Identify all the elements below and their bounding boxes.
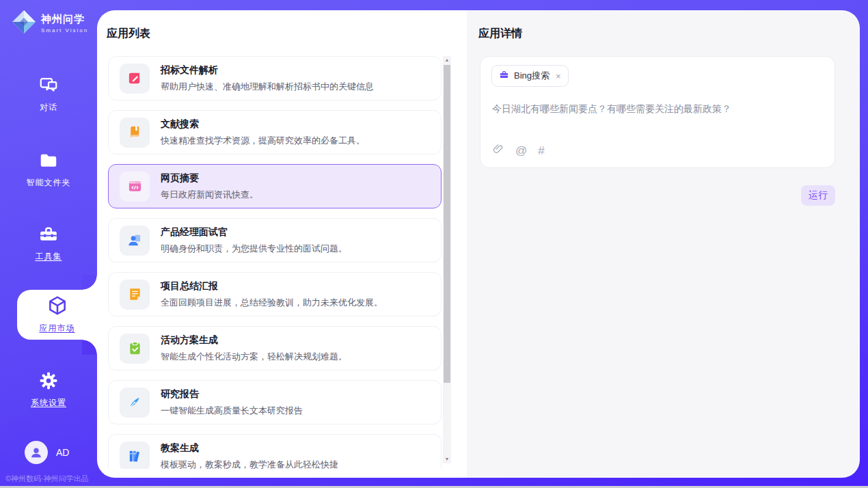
books-icon [120,442,150,470]
app-card[interactable]: 产品经理面试官明确身份和职责，为您提供专业性的面试问题。 [108,218,442,262]
app-card-title: 教案生成 [161,442,338,455]
sidebar-item-settings[interactable]: 系统设置 [0,370,97,409]
user-name: AD [56,447,69,458]
toolbox-icon [38,224,59,245]
brand: 神州问学 Smart Vision [11,9,88,38]
at-icon[interactable]: @ [515,145,527,157]
app-card-desc: 一键智能生成高质量长文本研究报告 [161,405,303,417]
app-card-text: 招标文件解析帮助用户快速、准确地理解和解析招标书中的关键信息 [161,64,374,93]
detail-card: Bing搜索 × 今日湖北有哪些新闻要点？有哪些需要关注的最新政策？ @# [480,56,835,168]
sidebar-item-folders[interactable]: 智能文件夹 [0,150,97,189]
clipboard-check-icon [120,334,150,364]
app-root: 神州问学 Smart Vision 对话智能文件夹工具集应用市场系统设置 AD … [0,0,868,488]
query-text[interactable]: 今日湖北有哪些新闻要点？有哪些需要关注的最新政策？ [492,102,824,116]
app-card[interactable]: 招标文件解析帮助用户快速、准确地理解和解析招标书中的关键信息 [108,56,442,100]
sidebar-item-label: 对话 [0,102,97,113]
app-detail-title: 应用详情 [478,27,522,41]
app-card-desc: 帮助用户快速、准确地理解和解析招标书中的关键信息 [161,81,374,93]
tool-chip-label: Bing搜索 [514,70,550,82]
app-card-desc: 明确身份和职责，为您提供专业性的面试问题。 [161,243,347,255]
paperclip-icon[interactable] [492,143,504,158]
scroll-up-icon[interactable]: ▲ [443,56,451,64]
webpage-icon [120,172,150,202]
chat-icon [38,75,59,96]
sidebar-item-label: 应用市场 [17,323,97,334]
interviewer-icon [120,226,150,256]
brand-name: 神州问学 [41,13,88,26]
app-list-panel: 应用列表 招标文件解析帮助用户快速、准确地理解和解析招标书中的关键信息文献搜索快… [97,10,467,478]
app-card-title: 研究报告 [161,388,303,401]
sidebar-item-label: 智能文件夹 [0,177,97,189]
app-card-list: 招标文件解析帮助用户快速、准确地理解和解析招标书中的关键信息文献搜索快速精准查找… [108,56,442,469]
app-card-title: 产品经理面试官 [161,226,347,239]
app-card-desc: 快速精准查找学术资源，提高研究效率的必备工具。 [161,135,365,147]
memo-icon [120,280,150,310]
app-card[interactable]: 项目总结汇报全面回顾项目进展，总结经验教训，助力未来优化发展。 [108,272,442,316]
scrollbar[interactable]: ▲ ▼ [443,56,451,463]
main-content: 应用列表 招标文件解析帮助用户快速、准确地理解和解析招标书中的关键信息文献搜索快… [97,10,860,478]
diamond-logo-icon [11,9,37,38]
app-card-text: 活动方案生成智能生成个性化活动方案，轻松解决规划难题。 [161,334,347,363]
close-icon[interactable]: × [556,71,561,81]
gear-icon [38,370,59,391]
edit-doc-icon [120,64,150,94]
cube-icon [46,295,68,315]
app-card-desc: 全面回顾项目进展，总结经验教训，助力未来优化发展。 [161,297,383,309]
scroll-down-icon[interactable]: ▼ [443,455,451,463]
app-card-desc: 模板驱动，教案秒成，教学准备从此轻松快捷 [161,459,338,470]
app-card-text: 网页摘要每日政府新闻资讯快查。 [161,172,258,201]
app-detail-panel: 应用详情 Bing搜索 × 今日湖北有哪些新闻要点？有哪些需要关注的最新政策？ … [467,10,860,478]
app-card-text: 研究报告一键智能生成高质量长文本研究报告 [161,388,303,417]
app-card-title: 招标文件解析 [161,64,374,77]
hash-icon[interactable]: # [538,145,544,157]
attachment-toolbar: @# [492,143,545,158]
app-card[interactable]: 网页摘要每日政府新闻资讯快查。 [108,164,442,208]
user-row[interactable]: AD [25,441,69,464]
app-card-desc: 每日政府新闻资讯快查。 [161,189,258,201]
scrollbar-thumb[interactable] [444,65,450,383]
sidebar: 神州问学 Smart Vision 对话智能文件夹工具集应用市场系统设置 AD … [0,0,97,488]
app-list-title: 应用列表 [107,27,150,41]
app-card[interactable]: 教案生成模板驱动，教案秒成，教学准备从此轻松快捷 [108,434,442,469]
tool-chip-bing-search[interactable]: Bing搜索 × [491,65,569,87]
sidebar-item-app-market[interactable]: 应用市场 [17,290,97,340]
app-card[interactable]: 活动方案生成智能生成个性化活动方案，轻松解决规划难题。 [108,326,442,370]
person-avatar-icon[interactable] [25,441,48,464]
app-card-desc: 智能生成个性化活动方案，轻松解决规划难题。 [161,351,347,363]
app-card-text: 文献搜索快速精准查找学术资源，提高研究效率的必备工具。 [161,118,365,147]
briefcase-icon [499,70,509,82]
app-card-title: 文献搜索 [161,118,365,131]
app-card-text: 产品经理面试官明确身份和职责，为您提供专业性的面试问题。 [161,226,347,255]
sidebar-item-label: 系统设置 [0,397,97,409]
copyright-text: ©神州数码·神州问学出品 [5,474,89,484]
folder-icon [38,150,59,171]
app-card[interactable]: 文献搜索快速精准查找学术资源，提高研究效率的必备工具。 [108,110,442,154]
app-card-title: 活动方案生成 [161,334,347,347]
app-card-text: 项目总结汇报全面回顾项目进展，总结经验教训，助力未来优化发展。 [161,280,383,309]
sidebar-item-label: 工具集 [0,251,97,262]
app-card-title: 网页摘要 [161,172,258,185]
app-card-title: 项目总结汇报 [161,280,383,293]
pen-icon [120,388,150,418]
app-card-text: 教案生成模板驱动，教案秒成，教学准备从此轻松快捷 [161,442,338,470]
sidebar-item-tools[interactable]: 工具集 [0,224,97,262]
brand-subtitle: Smart Vision [41,27,88,33]
book-icon [120,118,150,148]
sidebar-item-chat[interactable]: 对话 [0,75,97,113]
app-card[interactable]: 研究报告一键智能生成高质量长文本研究报告 [108,380,442,424]
run-button[interactable]: 运行 [801,185,835,206]
